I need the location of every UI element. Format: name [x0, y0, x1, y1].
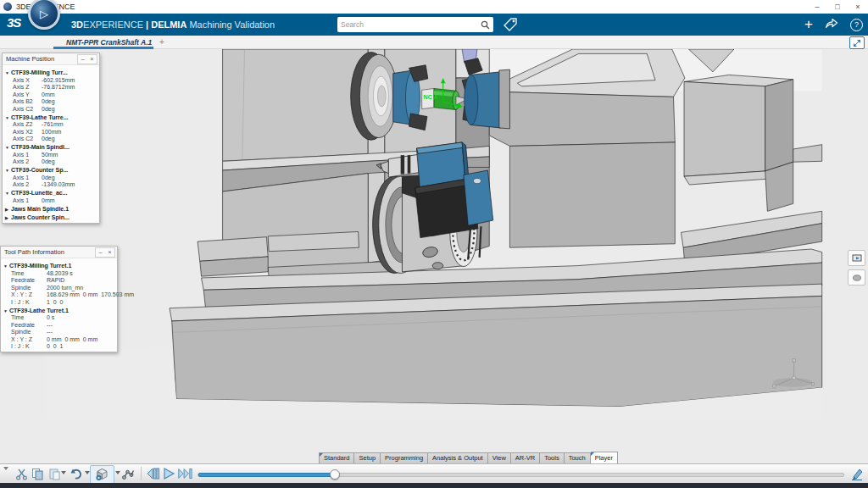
collapse-arrow-icon[interactable]: ▼: [5, 145, 11, 150]
jog-mechanism-icon[interactable]: [120, 466, 136, 481]
bottom-toolbar: [0, 463, 868, 483]
ribbon-tab-programming[interactable]: Programming: [381, 452, 428, 463]
svg-text:NC A: NC A: [423, 94, 437, 101]
expand-arrow-icon[interactable]: ▶: [5, 207, 11, 212]
search-icon[interactable]: [481, 20, 490, 30]
tree-group-header[interactable]: ▼CTF39-Lathe Turre...: [5, 114, 97, 120]
axis-value-row: Time0 s: [3, 314, 115, 320]
step-backward-button[interactable]: [144, 466, 159, 481]
viewport-display-icon[interactable]: [848, 250, 865, 266]
axis-value-row: Axis 10deg: [5, 175, 97, 180]
panel-title: Tool Path Information: [4, 248, 95, 256]
panel-close-button[interactable]: ×: [87, 55, 97, 64]
axis-value-row: Axis 150mm: [5, 152, 97, 158]
panel-minimize-button[interactable]: –: [96, 248, 105, 257]
axis-value-row: Axis Z2-761mm: [5, 121, 97, 127]
panel-minimize-button[interactable]: –: [78, 55, 87, 64]
axis-value-row: Time48.2039 s: [3, 270, 115, 276]
play-button[interactable]: [161, 466, 176, 481]
collapse-ribbon-button[interactable]: [849, 36, 865, 49]
app-bar: 3S 3DEXPERIENCE | DELMIA Machining Valid…: [0, 14, 868, 36]
axis-value-row: Axis B20deg: [5, 98, 97, 104]
copy-icon[interactable]: [30, 466, 45, 481]
tree-group-header[interactable]: ▼CTF39-Main Spindl...: [5, 144, 97, 150]
axis-value-row: Axis X-602.915mm: [5, 77, 97, 83]
axis-value-row: X : Y : Z0 mm 0 mm 0 mm: [3, 336, 115, 342]
3d-viewport[interactable]: NC A Machine Position – ×: [0, 49, 868, 463]
ribbon-tab-analysis-output[interactable]: Analysis & Output: [428, 452, 488, 463]
collapse-arrow-icon[interactable]: ▼: [5, 191, 11, 196]
timeline-progress: [198, 473, 336, 477]
search-box: [337, 17, 493, 32]
toolbar-expander-icon[interactable]: [1, 464, 11, 473]
axis-value-row: X : Y : Z168.629 mm 0 mm 170.503 mm: [3, 291, 115, 297]
help-icon[interactable]: ?: [850, 19, 863, 31]
step-forward-button[interactable]: [177, 466, 192, 481]
axis-value-row: I : J : K0 0 1: [3, 343, 115, 349]
app-icon: [3, 3, 12, 11]
timeline-handle[interactable]: [330, 469, 340, 480]
simulation-context-button[interactable]: [90, 465, 114, 484]
axis-value-row: Axis 2-1349.03mm: [5, 181, 97, 187]
tab-corner-marker: [320, 453, 323, 457]
ribbon-tab-strip: StandardSetupProgrammingAnalysis & Outpu…: [319, 452, 618, 463]
ribbon-tab-setup[interactable]: Setup: [354, 452, 381, 463]
close-button[interactable]: ×: [848, 0, 868, 14]
machine-3d-scene[interactable]: NC A: [0, 49, 868, 463]
tree-group-header[interactable]: ▼CTF39-Lunette_ac...: [5, 190, 97, 196]
axis-value-row: Axis Z-76.8712mm: [5, 84, 97, 90]
dassault-logo[interactable]: 3S: [7, 15, 20, 30]
tree-group-header[interactable]: ▼CTF39-Counter Sp...: [5, 167, 97, 173]
minimize-button[interactable]: –: [807, 0, 827, 14]
tree-group-header[interactable]: ▼CTF39-Milling Turret.1: [3, 263, 115, 269]
panel-header[interactable]: Machine Position – ×: [3, 53, 99, 65]
collapse-arrow-icon[interactable]: ▼: [5, 115, 11, 120]
view-mode-sphere-icon[interactable]: [848, 269, 865, 286]
window-titlebar: 3DEXPERIENCE – □ ×: [0, 0, 868, 14]
expand-arrow-icon[interactable]: ▶: [5, 215, 11, 220]
collapse-arrow-icon[interactable]: ▼: [3, 308, 9, 313]
window-bottom-edge: [0, 483, 868, 488]
axis-value-row: Feedrate---: [3, 322, 115, 328]
ribbon-tab-player[interactable]: Player: [591, 452, 618, 463]
new-tab-button[interactable]: +: [159, 36, 164, 48]
share-icon[interactable]: [825, 17, 838, 32]
tree-group-header[interactable]: ▶Jaws Counter Spin...: [5, 214, 97, 220]
axis-value-row: Spindle2000 turn_mn: [3, 285, 115, 291]
axis-value-row: Axis X2100mm: [5, 129, 97, 135]
timeline-slider[interactable]: [198, 473, 844, 477]
panel-title: Machine Position: [6, 55, 77, 63]
ribbon-tab-tools[interactable]: Tools: [540, 452, 565, 463]
ribbon-tab-view[interactable]: View: [488, 452, 511, 463]
tree-group-header[interactable]: ▶Jaws Main Spindle.1: [5, 206, 97, 212]
collapse-arrow-icon[interactable]: ▼: [3, 263, 9, 269]
analysis-pen-icon[interactable]: [849, 466, 865, 481]
tag-icon[interactable]: [502, 16, 519, 36]
axis-value-row: Axis C20deg: [5, 136, 97, 141]
maximize-button[interactable]: □: [827, 0, 848, 14]
collapse-arrow-icon[interactable]: ▼: [5, 70, 11, 75]
undo-icon[interactable]: [69, 466, 84, 481]
panel-header[interactable]: Tool Path Information – ×: [1, 247, 117, 258]
collapse-arrow-icon[interactable]: ▼: [5, 168, 11, 173]
paste-dropdown-caret[interactable]: [61, 471, 66, 474]
ribbon-tab-ar-vr[interactable]: AR-VR: [511, 452, 540, 463]
paste-icon[interactable]: [47, 466, 62, 481]
search-input[interactable]: [337, 20, 481, 29]
axis-value-row: Spindle---: [3, 329, 115, 335]
cut-icon[interactable]: [14, 466, 29, 481]
tree-group-header[interactable]: ▼CTF39-Milling Turr...: [5, 69, 97, 75]
axis-value-row: I : J : K1 0 0: [3, 299, 115, 305]
add-content-icon[interactable]: +: [804, 14, 813, 36]
tab-corner-marker: [591, 452, 594, 456]
app-title: 3DEXPERIENCE | DELMIA Machining Validati…: [71, 14, 275, 36]
axis-value-row: Axis Y0mm: [5, 92, 97, 97]
tool-path-information-panel: Tool Path Information – × ▼CTF39-Milling…: [0, 246, 118, 352]
ribbon-tab-touch[interactable]: Touch: [565, 452, 591, 463]
tree-group-header[interactable]: ▼CTF39-Lathe Turret.1: [3, 308, 115, 313]
application-window: 3DEXPERIENCE – □ × 3S 3DEXPERIENCE | DEL…: [0, 0, 868, 488]
ribbon-tab-standard[interactable]: Standard: [319, 452, 354, 463]
panel-close-button[interactable]: ×: [105, 248, 114, 257]
machine-position-panel: Machine Position – × ▼CTF39-Milling Turr…: [2, 53, 100, 224]
axis-value-row: Axis C20deg: [5, 106, 97, 112]
